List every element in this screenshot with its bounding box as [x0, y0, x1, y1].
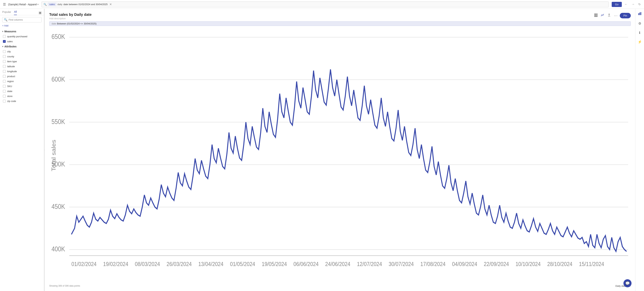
- list-item-state[interactable]: state: [0, 89, 44, 94]
- svg-text:30/07/2024: 30/07/2024: [389, 261, 414, 267]
- list-item-sku[interactable]: SKU: [0, 84, 44, 89]
- checkbox-state[interactable]: [3, 90, 6, 93]
- product-label: product: [7, 75, 15, 78]
- checkbox-region[interactable]: [3, 80, 6, 83]
- search-chip-daily: daily: [58, 3, 62, 6]
- tab-all[interactable]: All: [14, 10, 17, 15]
- svg-text:Total sales: Total sales: [50, 140, 57, 171]
- checkbox-product[interactable]: [3, 75, 6, 78]
- svg-rect-39: [640, 12, 641, 15]
- list-item-quantity-purchased[interactable]: quantity purchased: [0, 34, 44, 39]
- filter-chip-label: date: [52, 22, 56, 25]
- chart-more-icon-button[interactable]: ⋯: [613, 13, 618, 19]
- svg-text:04/09/2024: 04/09/2024: [452, 261, 477, 267]
- measures-section-header[interactable]: ▾ Measures: [0, 29, 44, 34]
- tab-popular[interactable]: Popular: [2, 11, 11, 15]
- search-clear-icon[interactable]: ✕: [110, 3, 112, 6]
- chart-title-block: Total sales by Daily date Add descriptio…: [49, 13, 92, 20]
- chart-share-icon-button[interactable]: [606, 13, 612, 19]
- svg-rect-1: [596, 14, 597, 15]
- svg-text:19/02/2024: 19/02/2024: [103, 261, 128, 267]
- share-icon: [607, 13, 611, 17]
- county-label: county: [7, 55, 14, 58]
- more-dots-icon: ⋯: [614, 14, 618, 18]
- column-search-box[interactable]: 🔍: [2, 17, 42, 23]
- app-title[interactable]: (Sample) Retail - Apparel ▾: [8, 3, 38, 6]
- data-points-label: Showing 306 of 306 data points: [49, 284, 80, 287]
- bar-chart-icon[interactable]: [637, 11, 642, 17]
- gear-icon[interactable]: ⚙: [638, 21, 642, 26]
- attributes-section-header[interactable]: ▾ Attributes: [0, 44, 44, 49]
- svg-text:13/04/2024: 13/04/2024: [198, 261, 224, 267]
- list-item-item-type[interactable]: item type: [0, 59, 44, 64]
- chart-line-icon-button[interactable]: [600, 13, 605, 19]
- chart-table-icon-button[interactable]: [593, 13, 598, 19]
- checkbox-longitude[interactable]: [3, 70, 6, 73]
- item-type-label: item type: [7, 60, 17, 63]
- go-button[interactable]: Go: [612, 2, 622, 7]
- list-item-zip-code[interactable]: zip code: [0, 99, 44, 104]
- chat-icon: 💬: [625, 281, 630, 285]
- attributes-chevron-icon: ▾: [2, 45, 3, 48]
- filter-chip[interactable]: date Between (01/02/2024 <= 30/04/2025): [49, 21, 631, 26]
- column-search-input[interactable]: [9, 18, 40, 21]
- svg-text:06/06/2024: 06/06/2024: [294, 261, 319, 267]
- checkbox-zip-code[interactable]: [3, 100, 6, 103]
- nav-back-button[interactable]: ←: [623, 2, 629, 7]
- svg-rect-2: [594, 15, 596, 16]
- chart-area: Total sales by Daily date Add descriptio…: [45, 9, 635, 291]
- info-icon[interactable]: ℹ: [638, 30, 641, 36]
- svg-text:19/05/2024: 19/05/2024: [262, 261, 287, 267]
- svg-text:28/10/2024: 28/10/2024: [547, 261, 572, 267]
- region-label: region: [7, 80, 14, 83]
- list-item-county[interactable]: county: [0, 54, 44, 59]
- svg-rect-5: [596, 16, 597, 17]
- svg-text:01/05/2024: 01/05/2024: [230, 261, 255, 267]
- list-item-sales[interactable]: sales: [0, 39, 44, 44]
- chart-footer: Showing 306 of 306 data points Daily dat…: [49, 284, 631, 287]
- chat-bubble-button[interactable]: 💬: [624, 279, 632, 287]
- city-label: city: [7, 50, 11, 53]
- line-chart-icon: [601, 13, 604, 17]
- checkbox-county[interactable]: [3, 55, 6, 58]
- refresh-button[interactable]: ↻: [637, 2, 642, 7]
- svg-rect-38: [640, 13, 640, 15]
- checkbox-store[interactable]: [3, 95, 6, 98]
- chart-subtitle[interactable]: Add description: [49, 17, 92, 20]
- tab-bar: Popular All ▣: [0, 9, 44, 15]
- search-chip-sales: sales: [48, 3, 56, 6]
- list-item-store[interactable]: store: [0, 94, 44, 99]
- list-item-region[interactable]: region: [0, 79, 44, 84]
- table-icon: [594, 13, 598, 17]
- checkbox-quantity-purchased[interactable]: [3, 35, 6, 38]
- sku-label: SKU: [7, 85, 12, 88]
- search-icon: 🔍: [44, 3, 47, 6]
- add-button[interactable]: + Add: [0, 24, 44, 29]
- lightning-icon[interactable]: ⚡: [637, 39, 642, 45]
- panel-layout-icon[interactable]: ▣: [38, 11, 42, 15]
- list-item-city[interactable]: city: [0, 49, 44, 54]
- attributes-label: Attributes: [4, 45, 16, 48]
- checkbox-city[interactable]: [3, 50, 6, 53]
- svg-text:26/03/2024: 26/03/2024: [166, 261, 192, 267]
- svg-rect-3: [596, 15, 597, 16]
- main-layout: Popular All ▣ 🔍 + Add ▾ Measures: [0, 9, 644, 291]
- list-item-product[interactable]: product: [0, 74, 44, 79]
- checkbox-sales[interactable]: [3, 40, 6, 43]
- svg-text:550K: 550K: [52, 118, 65, 125]
- add-label: + Add: [2, 24, 8, 27]
- checkbox-latitude[interactable]: [3, 65, 6, 68]
- menu-icon[interactable]: ☰: [2, 2, 6, 7]
- checkbox-sku[interactable]: [3, 85, 6, 88]
- search-area[interactable]: 🔍 sales daily date between 01/02/2024 an…: [42, 2, 609, 7]
- nav-forward-button[interactable]: →: [630, 2, 636, 7]
- svg-text:17/08/2024: 17/08/2024: [420, 261, 446, 267]
- svg-text:650K: 650K: [52, 33, 65, 41]
- list-item-longitude[interactable]: longitude: [0, 69, 44, 74]
- pin-button[interactable]: Pin: [620, 13, 631, 18]
- panel-section: ▾ Measures quantity purchased sales ▾ At…: [0, 29, 44, 291]
- list-item-latitude[interactable]: latitude: [0, 64, 44, 69]
- measures-chevron-icon: ▾: [2, 30, 3, 33]
- right-toolbar: ⚙ ℹ ⚡: [635, 9, 644, 291]
- checkbox-item-type[interactable]: [3, 60, 6, 63]
